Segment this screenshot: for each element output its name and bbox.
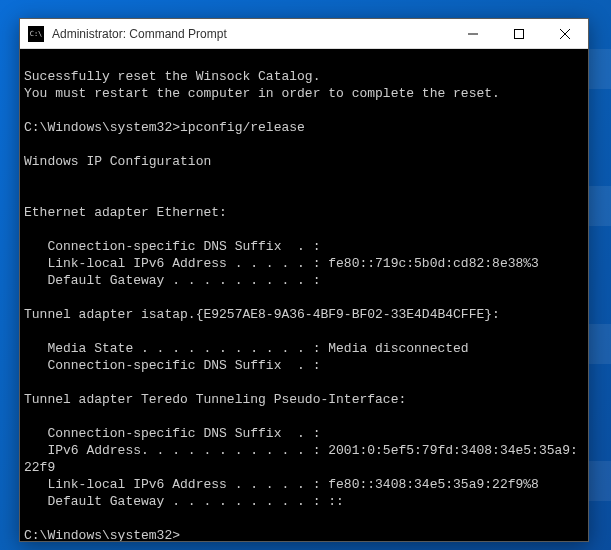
terminal-line: Default Gateway . . . . . . . . . : <box>24 272 584 289</box>
terminal-line: Connection-specific DNS Suffix . : <box>24 425 584 442</box>
terminal-line: Ethernet adapter Ethernet: <box>24 204 584 221</box>
terminal-line: IPv6 Address. . . . . . . . . . . : 2001… <box>24 442 584 476</box>
terminal-line <box>24 289 584 306</box>
terminal-line <box>24 136 584 153</box>
window-title: Administrator: Command Prompt <box>52 27 450 41</box>
terminal-line: Tunnel adapter Teredo Tunneling Pseudo-I… <box>24 391 584 408</box>
close-button[interactable] <box>542 19 588 48</box>
terminal-line: Sucessfully reset the Winsock Catalog. <box>24 68 584 85</box>
terminal-line: Default Gateway . . . . . . . . . : :: <box>24 493 584 510</box>
terminal-line: Connection-specific DNS Suffix . : <box>24 357 584 374</box>
terminal-line: Connection-specific DNS Suffix . : <box>24 238 584 255</box>
window-controls <box>450 19 588 48</box>
minimize-button[interactable] <box>450 19 496 48</box>
cmd-icon: C:\ <box>28 26 44 42</box>
terminal-line <box>24 408 584 425</box>
svg-rect-1 <box>515 29 524 38</box>
terminal-line: Windows IP Configuration <box>24 153 584 170</box>
terminal-line <box>24 510 584 527</box>
terminal-line: Media State . . . . . . . . . . . : Medi… <box>24 340 584 357</box>
terminal-line: Link-local IPv6 Address . . . . . : fe80… <box>24 476 584 493</box>
terminal-output[interactable]: Sucessfully reset the Winsock Catalog.Yo… <box>20 49 588 541</box>
terminal-line <box>24 374 584 391</box>
terminal-prompt: C:\Windows\system32> <box>24 527 584 541</box>
terminal-line <box>24 51 584 68</box>
terminal-line: Tunnel adapter isatap.{E9257AE8-9A36-4BF… <box>24 306 584 323</box>
terminal-line: Link-local IPv6 Address . . . . . : fe80… <box>24 255 584 272</box>
command-prompt-window: C:\ Administrator: Command Prompt Sucess… <box>19 18 589 542</box>
terminal-line: You must restart the computer in order t… <box>24 85 584 102</box>
terminal-line <box>24 102 584 119</box>
terminal-line <box>24 187 584 204</box>
terminal-line <box>24 323 584 340</box>
terminal-line: C:\Windows\system32>ipconfig/release <box>24 119 584 136</box>
terminal-line <box>24 221 584 238</box>
terminal-line <box>24 170 584 187</box>
titlebar[interactable]: C:\ Administrator: Command Prompt <box>20 19 588 49</box>
maximize-button[interactable] <box>496 19 542 48</box>
